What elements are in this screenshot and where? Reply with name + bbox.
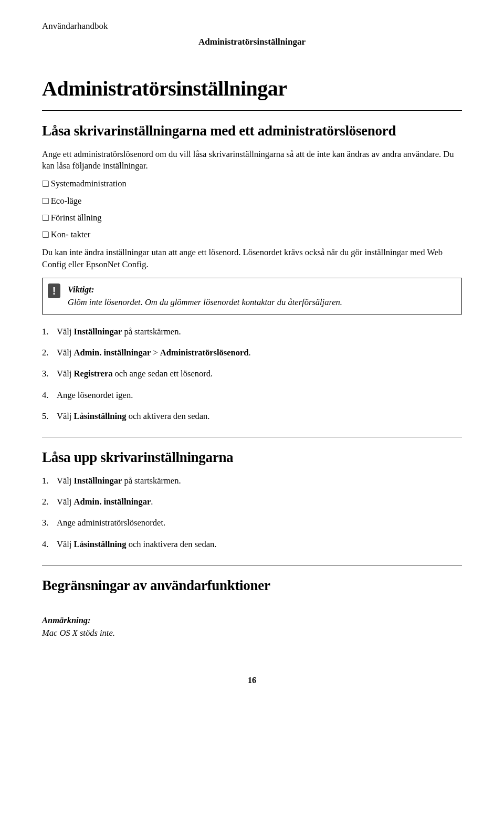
section1-intro: Ange ett administratörslösenord om du vi… — [42, 149, 462, 172]
step-item: Välj Inställningar på startskärmen. — [42, 326, 462, 338]
section1-list: Systemadministration Eco-läge Förinst äl… — [42, 178, 462, 240]
section1-heading: Låsa skrivarinställningarna med ett admi… — [42, 122, 462, 140]
step-text: Välj — [57, 476, 74, 486]
step-text: Ange administratörslösenordet. — [57, 518, 165, 528]
step-text: > — [151, 348, 160, 358]
step-bold: Låsinställning — [74, 411, 127, 421]
step-bold: Administratörslösenord — [160, 348, 249, 358]
step-text: Välj — [57, 348, 74, 358]
step-bold: Registrera — [74, 369, 113, 379]
important-icon: ! — [48, 284, 60, 298]
step-item: Välj Låsinställning och inaktivera den s… — [42, 539, 462, 550]
step-item: Välj Registrera och ange sedan ett lösen… — [42, 368, 462, 380]
step-bold: Låsinställning — [74, 539, 127, 549]
step-bold: Admin. inställningar — [74, 497, 151, 507]
rule-section3 — [42, 565, 462, 565]
step-text: Välj — [57, 327, 74, 337]
step-text: Välj — [57, 411, 74, 421]
note-label: Anmärkning: — [42, 615, 462, 626]
step-text: och ange sedan ett lösenord. — [112, 369, 213, 379]
step-item: Ange administratörslösenordet. — [42, 517, 462, 529]
header-left: Användarhandbok — [42, 21, 462, 32]
step-text: Välj — [57, 539, 74, 549]
step-item: Välj Låsinställning och aktivera den sed… — [42, 411, 462, 422]
step-text: på startskärmen. — [122, 327, 181, 337]
list-item: Förinst ällning — [42, 212, 462, 224]
step-bold: Inställningar — [74, 476, 122, 486]
header-center: Administratörsinställningar — [42, 37, 462, 47]
section2-heading: Låsa upp skrivarinställningarna — [42, 449, 462, 467]
important-note: ! Viktigt: Glöm inte lösenordet. Om du g… — [42, 278, 462, 314]
step-text: på startskärmen. — [122, 476, 181, 486]
step-bold: Admin. inställningar — [74, 348, 151, 358]
section3-heading: Begränsningar av användarfunktioner — [42, 577, 462, 595]
page-title: Administratörsinställningar — [42, 76, 462, 101]
step-text: och aktivera den sedan. — [127, 411, 210, 421]
step-item: Välj Admin. inställningar. — [42, 496, 462, 508]
step-bold: Inställningar — [74, 327, 122, 337]
note-body: Mac OS X stöds inte. — [42, 627, 462, 639]
step-item: Ange lösenordet igen. — [42, 390, 462, 401]
list-item: Systemadministration — [42, 178, 462, 190]
rule-section2 — [42, 437, 462, 437]
important-label: Viktigt: — [68, 285, 94, 295]
rule-after-title — [42, 110, 462, 111]
list-item: Eco-läge — [42, 195, 462, 207]
step-text: Ange lösenordet igen. — [57, 390, 133, 400]
list-item: Kon- takter — [42, 229, 462, 240]
step-text: . — [249, 348, 251, 358]
step-text: och inaktivera den sedan. — [127, 539, 217, 549]
page-container: Användarhandbok Administratörsinställnin… — [0, 0, 504, 706]
step-text: Välj — [57, 497, 74, 507]
section1-steps: Välj Inställningar på startskärmen. Välj… — [42, 326, 462, 422]
important-text: Glöm inte lösenordet. Om du glömmer löse… — [68, 297, 342, 307]
step-text: Välj — [57, 369, 74, 379]
step-item: Välj Admin. inställningar > Administratö… — [42, 347, 462, 359]
page-number: 16 — [42, 676, 462, 685]
section2-steps: Välj Inställningar på startskärmen. Välj… — [42, 475, 462, 550]
section1-after-list: Du kan inte ändra inställningar utan att… — [42, 247, 462, 270]
step-item: Välj Inställningar på startskärmen. — [42, 475, 462, 487]
step-text: . — [151, 497, 153, 507]
